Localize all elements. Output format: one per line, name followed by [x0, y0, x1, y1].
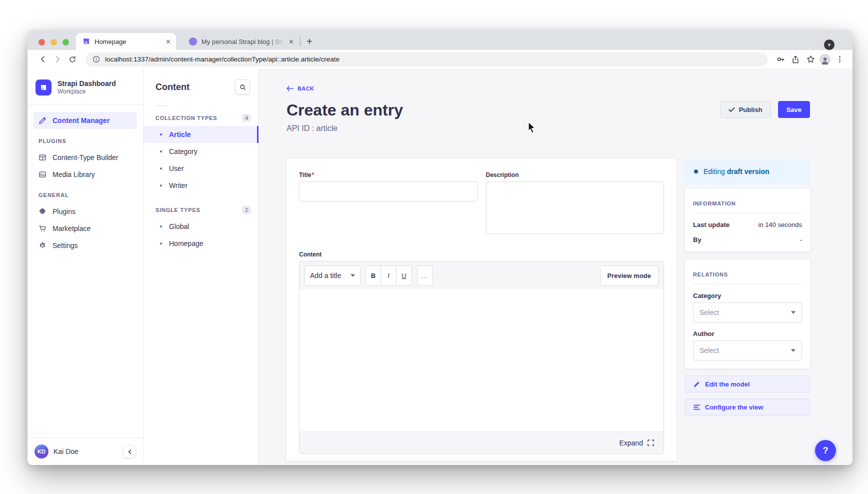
collection-type-label: User	[169, 164, 184, 172]
browser-toolbar: localhost:1337/admin/content-manager/col…	[28, 50, 852, 68]
sidebar-item-settings[interactable]: Settings	[34, 237, 137, 254]
back-link[interactable]: BACK	[286, 86, 314, 92]
more-formats-button[interactable]: ...	[417, 266, 432, 286]
preview-mode-button[interactable]: Preview mode	[600, 266, 658, 286]
description-textarea[interactable]	[486, 182, 664, 234]
browser-profile-avatar[interactable]	[820, 54, 830, 65]
password-key-icon[interactable]	[774, 54, 786, 66]
window-controls	[38, 39, 69, 46]
information-header: INFORMATION	[693, 196, 802, 206]
category-select[interactable]: Select	[693, 302, 802, 322]
info-value: in 140 seconds	[758, 221, 802, 228]
format-button-group: B I U	[366, 266, 412, 286]
info-label: By	[693, 236, 702, 244]
share-icon[interactable]	[790, 54, 802, 66]
collection-type-label: Writer	[169, 182, 188, 190]
description-field-group: Description	[486, 172, 664, 236]
draft-status-text: Editing draft version	[704, 168, 770, 176]
divider	[156, 106, 168, 106]
tab-strapi-blog[interactable]: My personal Strapi blog | Strap ✕	[183, 33, 299, 50]
sidebar-item-plugins[interactable]: Plugins	[34, 203, 137, 220]
expand-icon[interactable]	[648, 440, 654, 446]
content-sidebar-title: Content	[156, 82, 190, 92]
collection-type-label: Category	[169, 148, 198, 156]
pencil-icon	[694, 381, 700, 388]
close-window-button[interactable]	[38, 39, 45, 46]
expand-button[interactable]: Expand	[620, 439, 643, 447]
configure-view-button[interactable]: Configure the view	[685, 398, 810, 416]
tab-homepage[interactable]: Homepage ✕	[76, 33, 176, 50]
title-field-group: Title*	[299, 172, 478, 236]
sidebar-item-label: Content Manager	[52, 116, 110, 124]
bullet-icon	[160, 242, 162, 244]
sidebar-item-global[interactable]: Global	[144, 218, 258, 235]
single-types-count-badge: 2	[242, 206, 251, 214]
help-button[interactable]: ?	[815, 440, 836, 461]
site-info-icon[interactable]	[92, 56, 100, 63]
sidebar-item-marketplace[interactable]: Marketplace	[34, 220, 137, 237]
relations-header: RELATIONS	[693, 268, 802, 278]
search-icon	[240, 84, 246, 90]
sidebar-item-user[interactable]: User	[144, 160, 258, 177]
forward-icon[interactable]	[52, 54, 64, 66]
chevron-down-icon	[791, 349, 796, 352]
nav-footer: KD Kai Doe	[28, 438, 143, 465]
title-label: Title*	[299, 172, 478, 178]
bullet-icon	[160, 168, 162, 170]
required-mark: *	[312, 172, 314, 178]
tab-close-icon[interactable]: ✕	[288, 38, 294, 46]
select-placeholder: Select	[700, 346, 719, 354]
tab-search-button[interactable]: ▼	[824, 40, 834, 50]
back-icon[interactable]	[36, 54, 48, 66]
sidebar-item-content-type-builder[interactable]: Content-Type Builder	[34, 149, 137, 166]
author-label: Author	[693, 330, 802, 338]
sidebar-item-homepage[interactable]: Homepage	[144, 235, 258, 252]
editor-content-area[interactable]	[300, 290, 664, 432]
url-bar[interactable]: localhost:1337/admin/content-manager/col…	[86, 52, 768, 66]
side-panel: Editing draft version INFORMATION Last u…	[685, 158, 810, 416]
new-tab-button[interactable]: +	[306, 36, 312, 48]
title-input[interactable]	[299, 182, 478, 202]
bullet-icon	[160, 134, 162, 136]
collapse-sidebar-button[interactable]	[123, 445, 136, 458]
divider	[693, 284, 802, 284]
save-button[interactable]: Save	[778, 101, 810, 118]
image-icon	[38, 170, 46, 178]
browser-window: Homepage ✕ My personal Strapi blog | Str…	[28, 30, 852, 465]
underline-button[interactable]: U	[396, 266, 412, 286]
content-field-group: Content Add a title B	[299, 251, 664, 454]
sidebar-item-media-library[interactable]: Media Library	[34, 166, 137, 183]
search-button[interactable]	[235, 80, 250, 94]
draft-dot-icon	[694, 170, 698, 174]
bookmark-star-icon[interactable]	[804, 54, 816, 66]
user-avatar[interactable]: KD	[34, 444, 48, 458]
edit-model-label: Edit the model	[705, 380, 750, 388]
browser-menu-icon[interactable]	[834, 54, 846, 66]
sidebar-item-label: Plugins	[52, 208, 76, 216]
entry-form-card: Title* Description Content	[286, 158, 676, 461]
zoom-window-button[interactable]	[62, 39, 69, 46]
puzzle-icon	[38, 208, 46, 216]
publish-button[interactable]: Publish	[720, 101, 771, 118]
bold-button[interactable]: B	[366, 266, 381, 286]
minimize-window-button[interactable]	[50, 39, 57, 46]
sidebar-item-writer[interactable]: Writer	[144, 177, 258, 194]
workspace-brand[interactable]: Strapi Dashboard Workplace	[28, 68, 143, 104]
sidebar-item-article[interactable]: Article	[144, 126, 258, 143]
reload-icon[interactable]	[66, 54, 78, 66]
back-arrow-icon	[286, 86, 294, 92]
heading-select[interactable]: Add a title	[304, 266, 360, 286]
sidebar-item-label: Settings	[52, 242, 78, 250]
author-select[interactable]: Select	[693, 340, 802, 360]
sidebar-item-category[interactable]: Category	[144, 143, 258, 160]
tab-title: My personal Strapi blog | Strap	[202, 38, 284, 46]
sidebar-item-content-manager[interactable]: Content Manager	[34, 112, 137, 129]
italic-button[interactable]: I	[381, 266, 396, 286]
pen-icon	[38, 116, 46, 124]
heading-select-value: Add a title	[310, 272, 341, 280]
url-text: localhost:1337/admin/content-manager/col…	[105, 56, 340, 63]
edit-model-button[interactable]: Edit the model	[685, 376, 810, 392]
editor-toolbar: Add a title B I U ..	[300, 262, 664, 290]
collection-type-label: Article	[169, 130, 191, 138]
tab-close-icon[interactable]: ✕	[166, 38, 171, 46]
